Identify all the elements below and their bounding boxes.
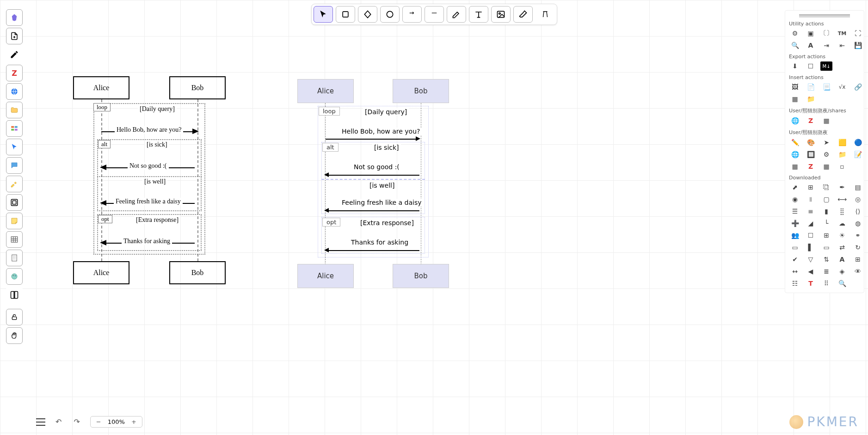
dl-sort-icon[interactable]: ⇅ xyxy=(820,255,832,264)
panel-handle[interactable] xyxy=(799,14,850,17)
user-sticky-icon[interactable]: 📝 xyxy=(852,150,864,159)
user-cursor-icon[interactable]: ➤ xyxy=(820,138,832,147)
tool-selection[interactable] xyxy=(314,6,333,23)
dl-bullets-icon[interactable]: ☷ xyxy=(789,279,801,288)
insert-embed-icon[interactable]: ▦ xyxy=(789,94,801,104)
dl-doc2-icon[interactable]: ▌ xyxy=(805,243,817,252)
dl-misc2-icon[interactable]: ◈ xyxy=(836,267,848,276)
font-icon[interactable]: A xyxy=(805,41,817,50)
sticky-note-icon[interactable] xyxy=(6,213,23,229)
sketch-actor-bob-bottom[interactable]: Bob xyxy=(169,261,226,284)
redo-icon[interactable]: ↷ xyxy=(72,417,81,426)
sketch-actor-alice-top[interactable]: Alice xyxy=(73,76,129,99)
clean-sequence-diagram[interactable]: Alice Bob loop [Daily query] Hello Bob, … xyxy=(297,79,451,292)
tool-draw[interactable] xyxy=(447,6,466,23)
dl-send-icon[interactable]: ◀ xyxy=(805,267,817,276)
dl-format-icon[interactable]: T xyxy=(805,279,817,288)
highlighter-icon[interactable] xyxy=(6,176,23,192)
dl-rss-icon[interactable]: ◢ xyxy=(805,219,817,228)
dl-align2-icon[interactable]: ≡ xyxy=(805,207,817,216)
chat-icon[interactable] xyxy=(6,157,23,174)
dl-people-icon[interactable]: 👥 xyxy=(789,231,801,240)
tool-extra[interactable] xyxy=(536,6,555,23)
book-icon[interactable] xyxy=(6,287,23,303)
tool-image[interactable] xyxy=(491,6,511,23)
paint-icon[interactable] xyxy=(6,268,23,285)
insert-doc-icon[interactable]: 📃 xyxy=(820,82,832,92)
new-file-icon[interactable] xyxy=(6,28,23,44)
dl-split-icon[interactable]: ⫴ xyxy=(805,195,817,204)
save-icon[interactable]: 💾 xyxy=(852,41,864,50)
dl-filter-icon[interactable]: ▽ xyxy=(805,255,817,264)
tool-ellipse[interactable] xyxy=(380,6,400,23)
lock-icon[interactable] xyxy=(6,309,23,325)
share-globe-icon[interactable]: 🌐 xyxy=(789,116,801,125)
dl-grid4-icon[interactable]: ⊞ xyxy=(852,255,864,264)
user-browser-icon[interactable]: 🌐 xyxy=(789,150,801,159)
insert-pdf-icon[interactable]: 📄 xyxy=(805,82,817,92)
dl-present-icon[interactable]: ▭ xyxy=(789,243,801,252)
cursor-icon[interactable] xyxy=(6,139,23,155)
dl-just-icon[interactable]: ≣ xyxy=(820,267,832,276)
clean-actor-alice-bottom[interactable]: Alice xyxy=(297,264,354,288)
dl-zoom-icon[interactable]: 🔍 xyxy=(836,279,848,288)
tool-eraser[interactable] xyxy=(513,6,533,23)
download-icon[interactable]: ⬇ xyxy=(789,61,801,71)
insert-latex-icon[interactable]: √x xyxy=(836,82,848,92)
dl-robot-icon[interactable]: ◍ xyxy=(852,219,864,228)
tool-text[interactable] xyxy=(469,6,488,23)
clean-actor-alice-top[interactable]: Alice xyxy=(297,79,354,103)
insert-link-icon[interactable]: 🔗 xyxy=(852,82,864,92)
user-note-icon[interactable]: 🟨 xyxy=(836,138,848,147)
dl-code-icon[interactable]: ⟨⟩ xyxy=(852,207,864,216)
user-z2-icon[interactable]: Z xyxy=(805,162,817,171)
user-blocks-icon[interactable]: 🔲 xyxy=(805,150,817,159)
user-table-icon[interactable]: ▦ xyxy=(789,162,801,171)
obsidian-icon[interactable] xyxy=(6,9,23,26)
folder-icon[interactable] xyxy=(6,102,23,118)
dl-share-icon[interactable]: ⚭ xyxy=(852,231,864,240)
user-globe2-icon[interactable]: 🔵 xyxy=(852,138,864,147)
dl-card-icon[interactable]: ☐ xyxy=(805,231,817,240)
pencil-icon[interactable] xyxy=(6,46,23,63)
building-icon[interactable] xyxy=(6,250,23,266)
fullscreen-icon[interactable]: ⛶ xyxy=(852,29,864,38)
brackets-icon[interactable]: 〔〕 xyxy=(820,29,832,38)
dl-monitor-icon[interactable]: ▭ xyxy=(820,243,832,252)
dl-dots-icon[interactable]: ⠿ xyxy=(820,279,832,288)
export-svg-icon[interactable]: ☐ xyxy=(805,61,817,71)
dl-add-icon[interactable]: ⊞ xyxy=(805,183,817,192)
search-icon[interactable]: 🔍 xyxy=(789,41,801,50)
user-misc-icon[interactable]: ▫ xyxy=(836,162,848,171)
dl-text-icon[interactable]: A xyxy=(836,255,848,264)
dl-cloud-icon[interactable]: ☁ xyxy=(836,219,848,228)
dl-list-icon[interactable]: ▤ xyxy=(852,183,864,192)
share-z-icon[interactable]: Z xyxy=(805,116,817,125)
dl-sun-icon[interactable]: ☀ xyxy=(836,231,848,240)
share-grid-icon[interactable]: ▦ xyxy=(820,116,832,125)
dl-align-icon[interactable]: ☰ xyxy=(789,207,801,216)
zoom-in-button[interactable]: + xyxy=(129,418,138,425)
dl-tree-icon[interactable]: ⿻ xyxy=(820,183,832,192)
trademark-icon[interactable]: TM xyxy=(836,29,848,38)
dl-swap-icon[interactable]: ⇄ xyxy=(836,243,848,252)
dl-loop-icon[interactable]: ↻ xyxy=(852,243,864,252)
dl-check-icon[interactable]: ✔ xyxy=(789,255,801,264)
dl-eye-icon[interactable]: 👁 xyxy=(852,267,864,276)
dl-hier-icon[interactable]: ⣿ xyxy=(836,207,848,216)
user-folder-icon[interactable]: 📁 xyxy=(836,150,848,159)
undo-icon[interactable]: ↶ xyxy=(54,417,63,426)
tool-line[interactable] xyxy=(425,6,444,23)
sketch-actor-bob-top[interactable]: Bob xyxy=(169,76,226,99)
sketch-actor-alice-bottom[interactable]: Alice xyxy=(73,261,129,284)
zoom-out-button[interactable]: − xyxy=(94,418,103,425)
dl-expand-icon[interactable]: ⟷ xyxy=(836,195,848,204)
dl-plus-icon[interactable]: ➕ xyxy=(789,219,801,228)
zoom-value[interactable]: 100% xyxy=(108,418,125,425)
dl-grid3-icon[interactable]: ⊞ xyxy=(820,231,832,240)
library-icon[interactable]: ▣ xyxy=(805,29,817,38)
dl-target-icon[interactable]: ◎ xyxy=(852,195,864,204)
browser-icon[interactable] xyxy=(6,83,23,100)
user-gear-icon[interactable]: ⚙ xyxy=(820,150,832,159)
user-pencil-icon[interactable]: ✏️ xyxy=(789,138,801,147)
